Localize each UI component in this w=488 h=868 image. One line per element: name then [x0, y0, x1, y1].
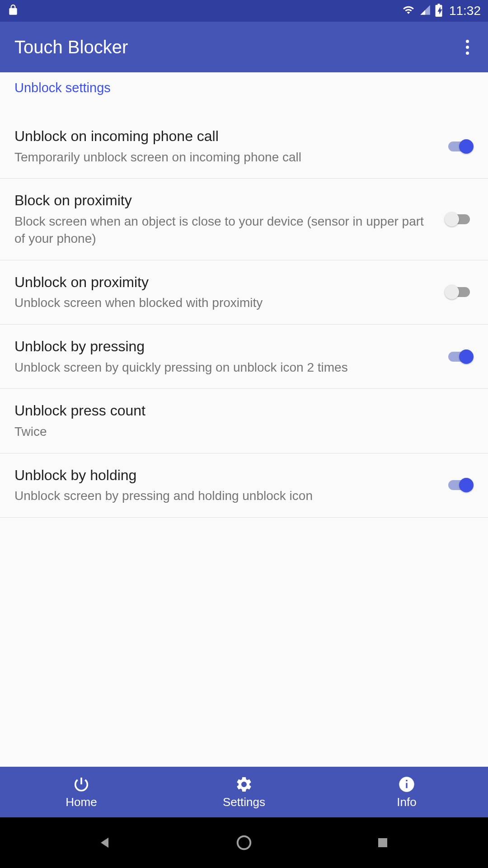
setting-desc: Unblock screen by quickly pressing on un… [14, 359, 434, 376]
setting-title: Unblock on proximity [14, 273, 434, 292]
nav-label: Home [66, 795, 97, 809]
nav-label: Info [397, 795, 416, 809]
back-button[interactable] [94, 831, 117, 854]
status-bar: 11:32 [0, 0, 488, 22]
switch-unblock-proximity[interactable] [445, 283, 474, 301]
svg-point-3 [238, 836, 251, 849]
setting-unblock-holding[interactable]: Unblock by holding Unblock screen by pre… [0, 453, 488, 518]
setting-unblock-press-count[interactable]: Unblock press count Twice [0, 389, 488, 453]
switch-unblock-holding[interactable] [445, 476, 474, 494]
setting-title: Unblock by pressing [14, 337, 434, 356]
gear-icon [235, 775, 253, 793]
setting-desc: Twice [14, 423, 463, 440]
svg-rect-1 [406, 783, 407, 788]
status-clock: 11:32 [449, 4, 481, 18]
system-nav-bar [0, 817, 488, 868]
content-area: Unblock settings Unblock on incoming pho… [0, 72, 488, 767]
app-bar: Touch Blocker [0, 22, 488, 72]
recents-button[interactable] [371, 831, 394, 854]
wifi-icon [401, 4, 416, 18]
svg-rect-2 [406, 780, 407, 781]
power-icon [72, 775, 90, 793]
setting-unblock-incoming-call[interactable]: Unblock on incoming phone call Temporari… [0, 102, 488, 179]
switch-block-proximity[interactable] [445, 210, 474, 228]
setting-title: Unblock on incoming phone call [14, 127, 434, 146]
setting-unblock-proximity[interactable]: Unblock on proximity Unblock screen when… [0, 260, 488, 325]
app-title: Touch Blocker [14, 37, 128, 57]
bottom-nav: Home Settings Info [0, 767, 488, 817]
cell-signal-icon [419, 4, 431, 18]
nav-info[interactable]: Info [325, 767, 488, 817]
home-button[interactable] [233, 831, 255, 854]
setting-desc: Unblock screen when blocked with proximi… [14, 294, 434, 311]
setting-block-proximity[interactable]: Block on proximity Block screen when an … [0, 179, 488, 260]
lock-icon [7, 3, 19, 19]
nav-label: Settings [223, 795, 265, 809]
svg-rect-4 [378, 838, 387, 847]
overflow-menu-button[interactable] [461, 35, 474, 59]
nav-settings[interactable]: Settings [163, 767, 325, 817]
setting-desc: Block screen when an object is close to … [14, 213, 434, 247]
setting-desc: Unblock screen by pressing and holding u… [14, 487, 434, 505]
nav-home[interactable]: Home [0, 767, 163, 817]
info-icon [398, 775, 416, 793]
switch-unblock-incoming-call[interactable] [445, 137, 474, 156]
switch-unblock-pressing[interactable] [445, 348, 474, 366]
setting-desc: Temporarily unblock screen on incoming p… [14, 149, 434, 166]
section-header: Unblock settings [0, 72, 488, 102]
setting-title: Unblock by holding [14, 466, 434, 485]
setting-unblock-pressing[interactable]: Unblock by pressing Unblock screen by qu… [0, 325, 488, 389]
setting-title: Unblock press count [14, 401, 463, 420]
battery-charging-icon [435, 3, 443, 19]
setting-title: Block on proximity [14, 191, 434, 210]
